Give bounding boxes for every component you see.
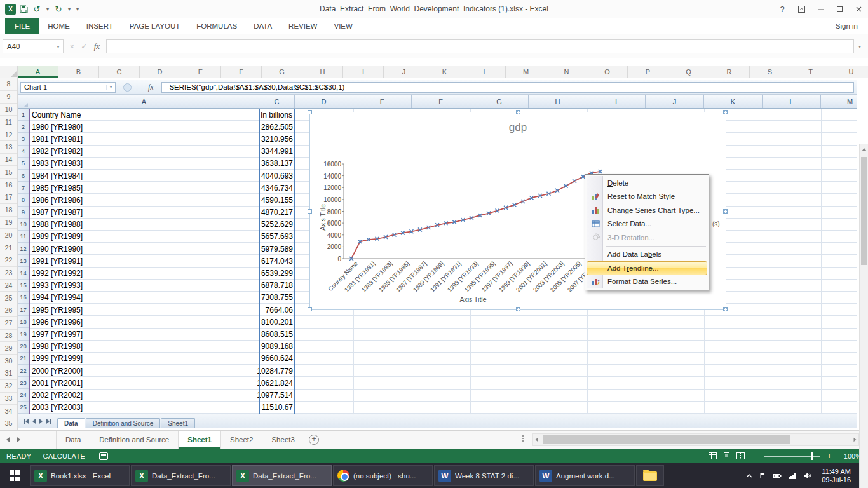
tab-review[interactable]: REVIEW: [280, 18, 325, 34]
inner-row-header-25[interactable]: 25: [18, 402, 29, 414]
save-icon[interactable]: [18, 3, 29, 15]
inner-column-header-i[interactable]: I: [587, 95, 646, 108]
row-header-23[interactable]: 23: [0, 267, 17, 280]
inner-column-header-a[interactable]: A: [29, 95, 259, 108]
tab-insert[interactable]: INSERT: [78, 18, 121, 34]
zoom-slider-thumb[interactable]: [811, 452, 813, 460]
redo-dropdown-icon[interactable]: ▾: [66, 6, 72, 12]
row-header-26[interactable]: 26: [0, 304, 17, 317]
zoom-out-icon[interactable]: −: [750, 451, 758, 461]
row-header-13[interactable]: 13: [0, 141, 17, 154]
inner-row-header-16[interactable]: 16: [18, 292, 29, 304]
sheet-tab-definition-and-source[interactable]: Definition and Source: [90, 431, 179, 449]
next-sheet-icon[interactable]: [39, 419, 43, 424]
zoom-in-icon[interactable]: +: [825, 451, 833, 461]
inner-row-header-6[interactable]: 6: [18, 170, 29, 182]
column-header-b[interactable]: B: [58, 66, 99, 78]
row-header-32[interactable]: 32: [0, 380, 17, 393]
inner-column-header-j[interactable]: J: [646, 95, 704, 108]
close-icon[interactable]: [849, 0, 868, 18]
scroll-right-icon[interactable]: [854, 438, 857, 442]
clock[interactable]: 11:49 AM 09-Jul-16: [818, 468, 855, 484]
row-header-28[interactable]: 28: [0, 330, 17, 342]
inner-row-header-17[interactable]: 17: [18, 304, 29, 316]
inner-column-header-h[interactable]: H: [529, 95, 587, 108]
inner-row-header-1[interactable]: 1: [18, 109, 29, 121]
inner-row-header-24[interactable]: 24: [18, 389, 29, 401]
insert-function-icon[interactable]: fx: [94, 41, 100, 51]
horizontal-scrollbar[interactable]: [532, 433, 859, 446]
inner-column-header-f[interactable]: F: [412, 95, 470, 108]
tab-data[interactable]: DATA: [245, 18, 280, 34]
inner-row-header-3[interactable]: 3: [18, 133, 29, 145]
inner-sheet-tab-data[interactable]: Data: [57, 418, 85, 428]
formula-bar-expand-icon[interactable]: ▾: [854, 44, 865, 50]
vertical-scrollbar[interactable]: [859, 144, 868, 488]
row-header-25[interactable]: 25: [0, 292, 17, 304]
tab-view[interactable]: VIEW: [325, 18, 360, 34]
menu-item-add-trendline[interactable]: Add Trendline...: [587, 261, 707, 275]
vertical-scroll-thumb[interactable]: [861, 157, 867, 265]
inner-row-header-7[interactable]: 7: [18, 182, 29, 194]
column-header-j[interactable]: J: [384, 66, 424, 78]
column-header-o[interactable]: O: [587, 66, 628, 78]
name-box[interactable]: A40 ▾: [3, 39, 64, 53]
inner-row-header-21[interactable]: 21: [18, 353, 29, 365]
chart-selection-handle[interactable]: [723, 110, 728, 114]
column-header-a[interactable]: A: [18, 66, 58, 78]
column-header-p[interactable]: P: [628, 66, 668, 78]
row-header-20[interactable]: 20: [0, 229, 17, 241]
row-header-17[interactable]: 17: [0, 191, 17, 204]
column-header-m[interactable]: M: [506, 66, 546, 78]
new-sheet-button[interactable]: +: [304, 431, 323, 449]
prev-sheet-icon[interactable]: [32, 419, 36, 424]
inner-row-header-19[interactable]: 19: [18, 328, 29, 340]
menu-item-add-data-labels[interactable]: Add Data Labels: [587, 248, 707, 262]
inner-row-header-11[interactable]: 11: [18, 231, 29, 243]
undo-icon[interactable]: ↺: [31, 3, 43, 15]
inner-row-header-4[interactable]: 4: [18, 146, 29, 158]
column-header-r[interactable]: R: [709, 66, 750, 78]
inner-column-header-g[interactable]: G: [470, 95, 529, 108]
row-header-19[interactable]: 19: [0, 217, 17, 229]
maximize-icon[interactable]: [830, 0, 849, 18]
column-header-u[interactable]: U: [831, 66, 868, 78]
row-header-24[interactable]: 24: [0, 280, 17, 292]
chart-selection-handle[interactable]: [308, 209, 312, 214]
last-sheet-icon[interactable]: [46, 418, 52, 425]
page-break-view-icon[interactable]: [736, 452, 745, 459]
row-header-9[interactable]: 9: [0, 91, 17, 104]
excel-app-icon[interactable]: X: [5, 4, 16, 15]
row-header-18[interactable]: 18: [0, 204, 17, 217]
tab-page-layout[interactable]: PAGE LAYOUT: [121, 18, 188, 34]
ribbon-display-options-icon[interactable]: [792, 0, 811, 18]
tab-splitter-handle[interactable]: [522, 435, 524, 442]
page-layout-view-icon[interactable]: [722, 452, 731, 459]
inner-sheet-tab-sheet1[interactable]: Sheet1: [161, 418, 195, 428]
inner-row-header-5[interactable]: 5: [18, 158, 29, 170]
taskbar-button-augment-work-d[interactable]: WAugment work.d...: [535, 465, 635, 486]
row-header-34[interactable]: 34: [0, 405, 17, 417]
chart-selection-handle[interactable]: [723, 307, 728, 311]
column-header-n[interactable]: N: [546, 66, 587, 78]
column-header-g[interactable]: G: [262, 66, 302, 78]
network-icon[interactable]: [789, 473, 796, 479]
scroll-up-icon[interactable]: [860, 144, 868, 154]
inner-column-header-m[interactable]: M: [821, 95, 857, 108]
action-center-flag-icon[interactable]: [759, 472, 766, 479]
start-button[interactable]: [0, 463, 29, 488]
row-header-15[interactable]: 15: [0, 166, 17, 179]
row-header-35[interactable]: 35: [0, 417, 17, 430]
sheet-tab-sheet1[interactable]: Sheet1: [179, 431, 221, 449]
column-header-s[interactable]: S: [750, 66, 790, 78]
menu-item-reset-to-match-style[interactable]: Reset to Match Style: [587, 190, 707, 204]
taskbar-button-data-extract-fro[interactable]: XData_Extract_Fro...: [232, 465, 332, 486]
tray-chevron-icon[interactable]: [746, 473, 752, 478]
column-header-i[interactable]: I: [343, 66, 384, 78]
tab-formulas[interactable]: FORMULAS: [188, 18, 245, 34]
row-header-8[interactable]: 8: [0, 78, 17, 91]
status-calculate[interactable]: CALCULATE: [31, 452, 85, 460]
row-header-29[interactable]: 29: [0, 342, 17, 355]
taskbar-button-week-8-stat-2-di[interactable]: WWeek 8 STAT-2 di...: [434, 465, 534, 486]
inner-column-header-l[interactable]: L: [763, 95, 821, 108]
